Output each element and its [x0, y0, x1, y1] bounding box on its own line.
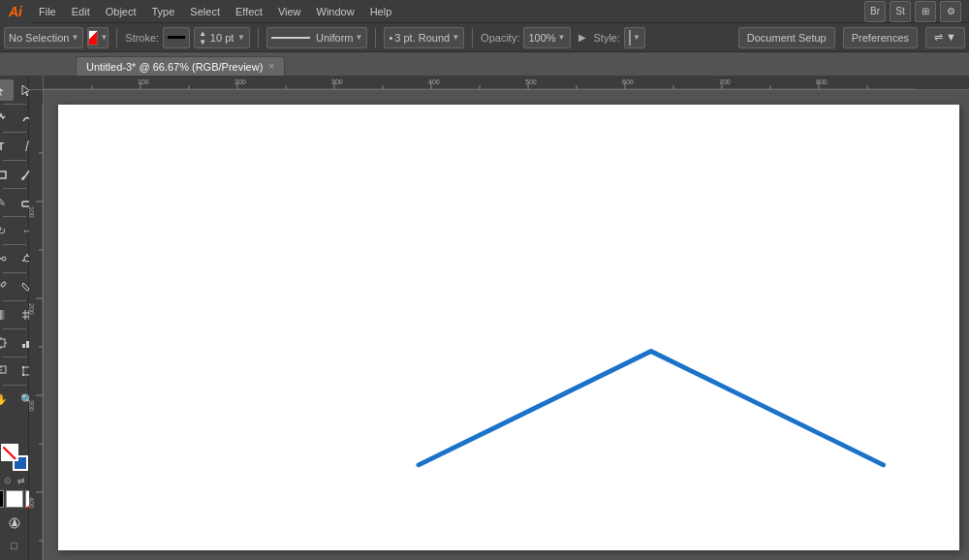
color-controls: ⊙ ⇄ — [2, 475, 27, 486]
rotate-tool[interactable]: ↻ — [0, 220, 14, 241]
artboard-tool[interactable] — [0, 332, 14, 354]
blend-tool[interactable] — [0, 248, 14, 269]
stroke-style-chevron: ▼ — [356, 33, 363, 42]
grid-icon-btn[interactable]: ⊞ — [915, 1, 936, 22]
triangle-artwork — [58, 105, 959, 550]
eyedropper-tool[interactable] — [0, 276, 14, 297]
slice-tool[interactable] — [0, 360, 14, 382]
draw-mode-btn[interactable] — [2, 513, 27, 534]
svg-rect-25 — [22, 344, 25, 348]
arrange-button[interactable]: ⇌ ▼ — [925, 27, 965, 48]
menu-type[interactable]: Type — [144, 0, 183, 23]
svg-marker-36 — [12, 518, 17, 526]
menu-edit[interactable]: Edit — [64, 0, 98, 23]
cap-chevron: ▼ — [452, 33, 459, 42]
svg-text:200: 200 — [29, 303, 35, 315]
selection-chevron: ▼ — [71, 33, 78, 42]
stock-icon-btn[interactable]: St — [890, 1, 911, 22]
svg-rect-15 — [0, 310, 6, 320]
stroke-preview-container[interactable] — [163, 27, 190, 48]
svg-text:800: 800 — [816, 78, 828, 85]
svg-rect-20 — [0, 339, 5, 347]
bridge-icon-btn[interactable]: Br — [864, 1, 886, 22]
menu-bar: Ai File Edit Object Type Select Effect V… — [0, 0, 969, 23]
stroke-style-dropdown[interactable]: Uniform ▼ — [266, 27, 367, 48]
pen-tool[interactable] — [0, 108, 14, 129]
selection-dropdown[interactable]: No Selection ▼ — [4, 27, 83, 48]
stroke-value[interactable]: 10 pt — [208, 32, 235, 44]
menu-file[interactable]: File — [31, 0, 64, 23]
stroke-cap-value: 3 pt. Round — [394, 32, 450, 44]
connect-icon-btn[interactable]: ⚙ — [940, 1, 961, 22]
tab-close-button[interactable]: × — [268, 61, 274, 72]
menu-select[interactable]: Select — [182, 0, 228, 23]
svg-point-11 — [22, 260, 24, 262]
svg-rect-3 — [0, 171, 6, 178]
normal-mode-icon[interactable] — [0, 490, 4, 508]
swap-colors-icon[interactable]: ⇄ — [16, 475, 27, 486]
white-fill-icon[interactable] — [6, 490, 23, 508]
hand-tool[interactable]: ✋ — [0, 389, 14, 410]
svg-text:400: 400 — [428, 78, 440, 85]
document-setup-button[interactable]: Document Setup — [738, 27, 835, 48]
horizontal-ruler: 100 200 300 400 500 600 700 800 — [29, 76, 969, 90]
shape-tool[interactable] — [0, 164, 14, 185]
dot-icon: • — [389, 32, 392, 44]
menu-view[interactable]: View — [270, 0, 309, 23]
stroke-size[interactable]: ▲▼ 10 pt ▼ — [194, 27, 250, 48]
stroke-style-value: Uniform — [316, 32, 354, 44]
separator2 — [258, 28, 259, 47]
bottom-toolbar: □ — [2, 513, 27, 560]
selection-tool[interactable] — [0, 79, 14, 101]
vertical-ruler: 100 200 300 400 — [29, 90, 44, 560]
expand-arrow[interactable]: ▶ — [575, 32, 590, 43]
stroke-up-arrow[interactable]: ▲▼ — [199, 29, 206, 47]
tool-sep1 — [3, 104, 26, 105]
opacity-chevron: ▼ — [558, 33, 566, 42]
main-area: T / ✎ ↻ ↔ — [0, 76, 969, 560]
svg-text:700: 700 — [719, 78, 731, 85]
triangle-shape[interactable] — [419, 351, 884, 464]
svg-point-6 — [2, 257, 6, 261]
stroke-preview — [168, 36, 185, 39]
svg-rect-31 — [22, 366, 24, 368]
artboard — [58, 105, 959, 550]
gradient-tool[interactable] — [0, 304, 14, 326]
svg-text:600: 600 — [622, 78, 634, 85]
svg-point-9 — [26, 254, 28, 256]
svg-text:100: 100 — [29, 206, 35, 218]
opacity-value: 100% — [528, 32, 555, 44]
tool-sep7 — [3, 272, 26, 273]
options-bar: No Selection ▼ ▼ Stroke: ▲▼ 10 pt ▼ Unif… — [0, 23, 969, 52]
toolbar: T / ✎ ↻ ↔ — [0, 76, 29, 560]
stroke-cap-dropdown[interactable]: • 3 pt. Round ▼ — [384, 27, 464, 48]
menu-help[interactable]: Help — [362, 0, 400, 23]
fill-color-swatch[interactable] — [1, 444, 18, 461]
style-chevron: ▼ — [633, 33, 641, 42]
fill-swatch[interactable]: ▼ — [87, 27, 109, 48]
app-logo: Ai — [0, 0, 31, 23]
separator4 — [472, 28, 473, 47]
style-swatch[interactable]: ▼ — [624, 27, 645, 48]
tool-sep8 — [3, 300, 26, 301]
svg-rect-33 — [22, 374, 24, 376]
reset-colors-icon[interactable]: ⊙ — [2, 475, 14, 486]
tool-sep5 — [3, 216, 26, 217]
type-tool[interactable]: T — [0, 136, 14, 157]
screen-mode-btn[interactable]: □ — [2, 535, 27, 556]
selection-label: No Selection — [9, 32, 69, 44]
stroke-label: Stroke: — [125, 32, 159, 44]
preferences-button[interactable]: Preferences — [843, 27, 918, 48]
menu-object[interactable]: Object — [98, 0, 144, 23]
pencil-tool[interactable]: ✎ — [0, 192, 14, 213]
opacity-value-container[interactable]: 100% ▼ — [523, 27, 570, 48]
document-tab[interactable]: Untitled-3* @ 66.67% (RGB/Preview) × — [76, 56, 285, 76]
color-swatches — [1, 444, 28, 471]
svg-text:500: 500 — [525, 78, 537, 85]
menu-effect[interactable]: Effect — [228, 0, 270, 23]
svg-text:300: 300 — [331, 78, 343, 85]
tool-sep10 — [3, 357, 26, 358]
tab-bar: Untitled-3* @ 66.67% (RGB/Preview) × — [0, 52, 969, 76]
canvas-area[interactable]: 100 200 300 400 500 600 700 800 — [29, 76, 969, 560]
menu-window[interactable]: Window — [309, 0, 362, 23]
